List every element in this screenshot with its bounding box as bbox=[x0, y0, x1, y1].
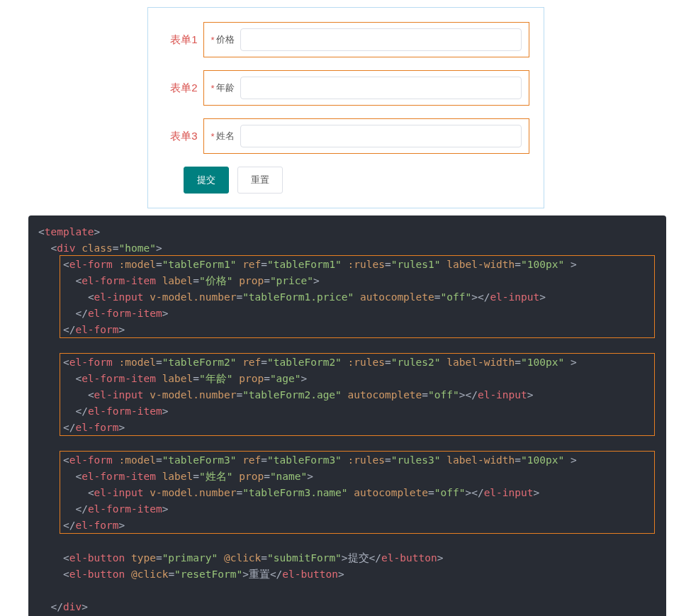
form-row-3: 表单3 * 姓名 bbox=[155, 118, 529, 154]
form-box-1: * 价格 bbox=[203, 22, 529, 57]
form-row-2: 表单2 * 年龄 bbox=[155, 70, 529, 106]
price-input[interactable] bbox=[240, 28, 522, 51]
required-asterisk: * bbox=[211, 35, 215, 45]
age-input[interactable] bbox=[240, 77, 522, 99]
required-asterisk: * bbox=[211, 83, 215, 94]
name-input[interactable] bbox=[240, 125, 522, 147]
field-label-name: 姓名 bbox=[216, 130, 235, 142]
field-label-price: 价格 bbox=[216, 33, 235, 46]
field-label-age: 年龄 bbox=[216, 82, 235, 94]
row-label-2: 表单2 bbox=[155, 82, 198, 95]
form-box-3: * 姓名 bbox=[203, 118, 529, 154]
button-row: 提交 重置 bbox=[155, 167, 529, 194]
submit-button[interactable]: 提交 bbox=[184, 167, 229, 194]
form-preview-panel: 表单1 * 价格 表单2 * 年龄 表单3 * 姓名 提交 重置 bbox=[147, 7, 544, 208]
reset-button[interactable]: 重置 bbox=[237, 167, 283, 194]
form-box-2: * 年龄 bbox=[203, 70, 529, 106]
code-panel: <template> <div class="home"> <el-form :… bbox=[28, 215, 666, 616]
code-block: <template> <div class="home"> <el-form :… bbox=[28, 224, 666, 616]
row-label-3: 表单3 bbox=[155, 130, 198, 143]
required-asterisk: * bbox=[211, 131, 215, 142]
row-label-1: 表单1 bbox=[155, 33, 198, 47]
form-row-1: 表单1 * 价格 bbox=[155, 22, 529, 57]
